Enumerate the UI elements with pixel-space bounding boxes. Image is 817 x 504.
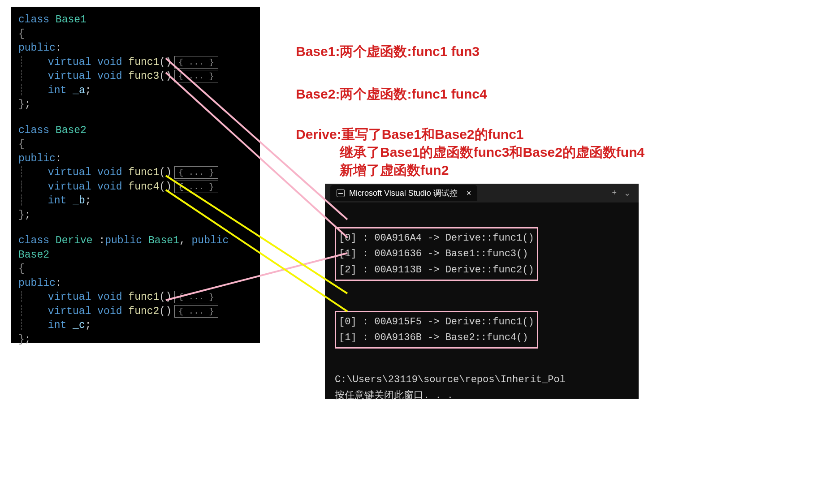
code-line: ┊int _a; xyxy=(18,84,253,98)
code-editor-panel: class Base1 { public: ┊virtual void func… xyxy=(11,7,260,343)
code-line: ┊virtual void func2(){ ... } xyxy=(18,305,253,319)
new-tab-icon[interactable]: + xyxy=(612,188,617,198)
terminal-icon xyxy=(337,189,345,197)
code-line: { xyxy=(18,138,253,152)
vtable1-row-0: [0] : 00A916A4 -> Derive::func1() xyxy=(339,233,534,244)
close-tab-icon[interactable]: × xyxy=(467,189,471,198)
code-line: public: xyxy=(18,152,253,166)
code-line: ┊virtual void func4(){ ... } xyxy=(18,180,253,194)
code-line: class Base2 xyxy=(18,124,253,138)
code-line: }; xyxy=(18,98,253,112)
vtable-2-box: [0] : 00A915F5 -> Derive::func1() [1] : … xyxy=(335,311,538,349)
console-tab[interactable]: Microsoft Visual Studio 调试控 × xyxy=(330,185,477,201)
console-footer: C:\Users\23119\source\repos\Inherit_Pol … xyxy=(335,372,629,403)
console-titlebar: Microsoft Visual Studio 调试控 × + ⌄ xyxy=(325,184,639,202)
code-line: { xyxy=(18,262,253,276)
code-line: ┊int _b; xyxy=(18,194,253,208)
code-line: public: xyxy=(18,276,253,291)
code-line: }; xyxy=(18,333,253,347)
vtable1-row-2: [2] : 00A9113B -> Derive::func2() xyxy=(339,264,534,276)
code-line: class Base1 xyxy=(18,13,253,27)
code-line: ┊int _c; xyxy=(18,319,253,333)
code-line: }; xyxy=(18,208,253,223)
vtable1-row-1: [1] : 00A91636 -> Base1::func3() xyxy=(339,248,528,259)
annotation-base2: Base2:两个虚函数:func1 func4 xyxy=(296,85,487,103)
vtable2-row-1: [1] : 00A9136B -> Base2::func4() xyxy=(339,332,528,343)
vtable-1-box: [0] : 00A916A4 -> Derive::func1() [1] : … xyxy=(335,227,538,281)
annotation-derive-2: 继承了Base1的虚函数func3和Base2的虚函数fun4 xyxy=(340,143,644,161)
code-line: class Derive :public Base1, public Base2 xyxy=(18,234,253,262)
tab-menu-icon[interactable]: ⌄ xyxy=(624,188,631,198)
console-body: [0] : 00A916A4 -> Derive::func1() [1] : … xyxy=(325,202,639,444)
annotation-derive-3: 新增了虚函数fun2 xyxy=(340,161,449,179)
annotation-derive-1: Derive:重写了Base1和Base2的func1 xyxy=(296,125,524,143)
code-line: ┊virtual void func1(){ ... } xyxy=(18,166,253,180)
code-line: ┊virtual void func3(){ ... } xyxy=(18,69,253,84)
code-line: { xyxy=(18,27,253,42)
vtable2-row-0: [0] : 00A915F5 -> Derive::func1() xyxy=(339,316,534,327)
code-line: ┊virtual void func1(){ ... } xyxy=(18,290,253,305)
console-window: Microsoft Visual Studio 调试控 × + ⌄ [0] : … xyxy=(325,184,639,399)
code-line: ┊virtual void func1(){ ... } xyxy=(18,56,253,70)
console-title: Microsoft Visual Studio 调试控 xyxy=(349,188,458,198)
code-line: public: xyxy=(18,41,253,56)
annotation-base1: Base1:两个虚函数:func1 fun3 xyxy=(296,43,480,60)
